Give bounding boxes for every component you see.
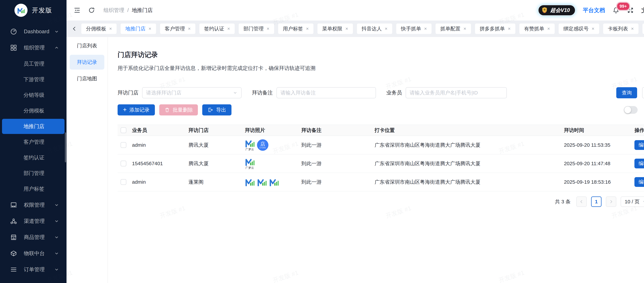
sidebar-group-iot[interactable]: 物联中台 [0,245,66,261]
tabs-scroll-left-icon[interactable] [72,26,77,32]
edit-button[interactable]: 编辑 [634,159,644,168]
export-button[interactable]: 导出 [202,104,232,115]
tab-close-icon[interactable]: × [345,26,348,32]
tab[interactable]: 抓单配置 × [436,24,471,34]
column-header-store[interactable]: 拜访门店 [188,127,245,134]
tab-close-icon[interactable]: × [227,26,230,32]
visit-photo-store-badge[interactable]: 店 STORE [257,139,268,151]
sidebar-subitem[interactable]: 下游管理 [2,72,64,87]
tab[interactable]: 菜单权限 × [318,24,353,34]
row-checkbox[interactable] [120,161,126,166]
sidebar-group-permissions[interactable]: 权限管理 [0,197,66,213]
sidebar-subitem[interactable]: 分佣模板 [2,103,64,118]
language-switch-icon[interactable]: 文A [641,7,644,14]
tab-close-icon[interactable]: × [109,26,112,32]
visit-records-table: 业务员 拜访门店 拜访照片 拜访备注 打卡位置 拜访时间 操作 admin 腾讯… [118,125,644,191]
tab[interactable]: 上架 × [642,24,644,34]
next-page-button[interactable] [606,196,616,207]
breadcrumb-parent[interactable]: 组织管理 [104,7,124,14]
current-page-button[interactable]: 1 [591,196,602,207]
sidebar-subitem[interactable]: 地推门店 [2,119,64,134]
visit-photo-logo[interactable] [245,178,255,186]
column-header-salesman[interactable]: 业务员 [132,127,188,134]
subnav-item[interactable]: 门店列表 [70,38,104,53]
column-header-remark[interactable]: 拜访备注 [301,127,374,134]
filter-row: 拜访门店 请选择拜访门店 拜访备注 业务员 [118,87,644,98]
column-header-photos[interactable]: 拜访照片 [245,127,301,134]
sidebar-subitem[interactable]: 客户管理 [2,134,64,150]
platform-docs-link[interactable]: 平台文档 [583,7,605,14]
prev-page-button[interactable] [576,196,587,207]
tab[interactable]: 拼多多抓单 × [475,24,515,34]
notifications-button[interactable]: 99+ [612,7,620,14]
column-header-time[interactable]: 拜访时间 [564,127,634,134]
compact-view-toggle[interactable] [624,106,638,114]
visit-photo-logo[interactable] [257,178,267,186]
tab-close-icon[interactable]: × [464,26,466,32]
tab-close-icon[interactable]: × [306,26,309,32]
visit-photo-logo[interactable] [269,178,279,186]
collapse-sidebar-icon[interactable] [74,7,81,14]
tab-close-icon[interactable]: × [148,26,151,32]
tab[interactable]: 卡板列表 × [603,24,638,34]
tab[interactable]: 快手抓单 × [396,24,432,34]
edit-button[interactable]: 编辑 [634,140,644,150]
tab[interactable]: 绑定感叹号 × [559,24,599,34]
tab-close-icon[interactable]: × [424,26,427,32]
column-header-actions[interactable]: 操作 [634,127,644,134]
tab-close-icon[interactable]: × [385,26,388,32]
chevron-down-icon [54,235,59,240]
reset-button[interactable]: 重置 [642,87,644,98]
subnav-item[interactable]: 门店地图 [70,71,104,86]
tab-close-icon[interactable]: × [547,26,550,32]
batch-delete-label: 批量删除 [173,107,193,113]
tab[interactable]: 地推门店 × [120,24,156,34]
tab[interactable]: 有赞抓单 × [519,24,555,34]
tab-close-icon[interactable]: × [266,26,269,32]
toolbar-row: + 添加记录 批量删除 导出 [118,104,644,115]
tab[interactable]: 客户管理 × [160,24,195,34]
visit-store-select[interactable]: 请选择拜访门店 [142,87,242,98]
chevron-down-icon [54,29,59,34]
subnav-item[interactable]: 拜访记录 [70,55,104,70]
tab[interactable]: 抖音达人 × [357,24,392,34]
page-size-select[interactable]: 10 / 页 [621,196,644,207]
vip-badge-label: 超会V10 [550,7,570,14]
search-button[interactable]: 查询 [616,87,637,98]
refresh-page-icon[interactable] [88,7,95,14]
visit-photo-logo[interactable]: 广梦云 [245,157,255,170]
tab[interactable]: 部门管理 × [239,24,274,34]
sidebar-subitem[interactable]: 部门管理 [2,166,64,181]
visit-photo-logo[interactable]: 广梦云 [245,139,255,151]
add-record-button[interactable]: + 添加记录 [118,104,155,115]
tab[interactable]: 签约认证 × [200,24,235,34]
sidebar-group-orders[interactable]: 订单管理 [0,261,66,278]
sidebar-subitem[interactable]: 签约认证 [2,150,64,165]
tab[interactable]: 用户标签 × [278,24,314,34]
row-checkbox[interactable] [120,179,126,185]
sidebar-subitem[interactable]: 用户标签 [2,181,64,196]
row-checkbox[interactable] [120,142,126,148]
vip-badge[interactable]: 超会V10 [538,5,576,16]
edit-button[interactable]: 编辑 [634,177,644,187]
tab-close-icon[interactable]: × [508,26,511,32]
chevron-down-icon [54,251,59,256]
cell-location: 广东省深圳市南山区粤海街道腾大广场腾讯大厦 [374,160,564,167]
sidebar-subitem[interactable]: 员工管理 [2,56,64,71]
cell-time: 2025-09-20 11:47:48 [564,161,634,166]
sidebar-scrollbar-thumb[interactable] [65,132,66,162]
sidebar-subitem[interactable]: 分销等级 [2,88,64,103]
visit-remark-input[interactable] [277,88,376,98]
sidebar-group-products[interactable]: 商品管理 [0,229,66,245]
sidebar-group-channels[interactable]: 渠道管理 [0,213,66,229]
sidebar-group-org[interactable]: 组织管理 [0,40,66,56]
tab-close-icon[interactable]: × [188,26,191,32]
batch-delete-button[interactable]: 批量删除 [159,104,198,115]
select-all-checkbox[interactable] [120,127,126,133]
tab[interactable]: 分佣模板 × [81,24,116,34]
sidebar-item-dashboard[interactable]: Dashboard [0,24,66,40]
tab-close-icon[interactable]: × [592,26,594,32]
column-header-location[interactable]: 打卡位置 [374,127,564,134]
salesman-input[interactable] [406,88,506,98]
tab-close-icon[interactable]: × [631,26,634,32]
